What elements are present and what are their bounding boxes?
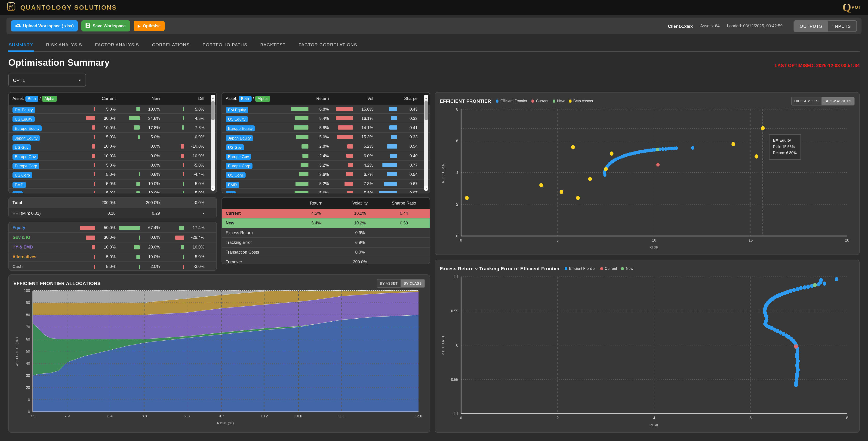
- by-class-button[interactable]: BY CLASS: [401, 279, 425, 288]
- value-cell: 6.8%: [284, 107, 329, 111]
- scrollbar-thumb[interactable]: [425, 101, 428, 120]
- current-portfolio-row: Current 4.5% 10.2% 0.44: [222, 209, 430, 218]
- asset-badge[interactable]: Europe Corp: [226, 163, 252, 169]
- total-label: Total: [12, 200, 71, 205]
- value-cell: 10.0%: [116, 191, 160, 194]
- value-cell: 5.2%: [284, 181, 329, 186]
- asset-badge[interactable]: Europe Corp: [12, 163, 39, 169]
- by-asset-button[interactable]: BY ASSET: [377, 279, 401, 288]
- asset-badge[interactable]: HY: [12, 191, 23, 194]
- asset-badge[interactable]: Europe Gov: [12, 154, 38, 160]
- beta-toggle-badge[interactable]: Beta: [239, 95, 251, 101]
- table-scrollbar[interactable]: ▲ ▼: [424, 95, 428, 190]
- svg-text:9.7: 9.7: [219, 414, 224, 418]
- value-cell: 30.0%: [71, 235, 116, 240]
- app-root: QUANTOLOGY SOLUTIONS Q POT Upload Worksp…: [0, 0, 868, 441]
- asset-badge[interactable]: EMD: [226, 182, 239, 188]
- value-cell: 5.0%: [284, 135, 329, 139]
- table-row: Europe Gov2.4%6.0%0.40: [222, 151, 430, 160]
- asset-badge[interactable]: Japan Equity: [226, 135, 253, 141]
- legend-item[interactable]: New: [621, 266, 633, 270]
- scroll-up-icon[interactable]: ▲: [424, 95, 428, 100]
- value-cell: 10.0%: [71, 125, 116, 130]
- asset-badge[interactable]: US Corp: [226, 172, 245, 178]
- asset-badge[interactable]: US Corp: [12, 172, 32, 178]
- svg-text:70: 70: [26, 325, 30, 329]
- asset-badge[interactable]: Europe Gov: [226, 154, 251, 160]
- optimise-button[interactable]: ▶ Optimise: [134, 21, 165, 31]
- legend-item[interactable]: Beta Assets: [569, 99, 593, 103]
- value-text: -10.0%: [186, 153, 205, 158]
- upload-workspace-button[interactable]: Upload Workspace (.xlsx): [11, 20, 78, 31]
- beta-toggle-badge[interactable]: Beta: [25, 95, 38, 101]
- tab-factor-correlations[interactable]: FACTOR CORRELATIONS: [298, 39, 358, 51]
- value-text: 7.8%: [186, 125, 205, 130]
- asset-badge[interactable]: Japan Equity: [12, 135, 40, 141]
- asset-badge[interactable]: EM Equity: [12, 107, 35, 113]
- hide-assets-button[interactable]: HIDE ASSETS: [791, 96, 822, 105]
- scroll-down-icon[interactable]: ▼: [424, 185, 428, 190]
- value-bar: [387, 144, 397, 149]
- scrollbar-thumb[interactable]: [211, 101, 215, 120]
- value-cell: 5.4%: [284, 116, 329, 121]
- new-sharpe: 0.53: [382, 221, 426, 225]
- tab-summary[interactable]: SUMMARY: [8, 39, 33, 51]
- asset-badge[interactable]: EMD: [12, 182, 26, 188]
- legend-dot-icon: [569, 99, 571, 102]
- value-text: 16.1%: [355, 116, 373, 121]
- legend-item[interactable]: Efficient Frontier: [496, 99, 527, 103]
- asset-badge[interactable]: US Gov: [12, 144, 31, 150]
- excess-chart[interactable]: 1.10.550-0.55-1.102468RETURNRISK: [440, 273, 855, 429]
- asset-badge[interactable]: US Gov: [226, 144, 244, 150]
- table-row: HY5.0%10.0%5.0%: [9, 188, 216, 194]
- hhi-diff: -: [186, 211, 205, 216]
- value-text: 0.41: [399, 125, 417, 130]
- legend-item[interactable]: Efficient Frontier: [564, 266, 596, 270]
- save-workspace-button[interactable]: Save Workspace: [82, 20, 130, 31]
- outputs-toggle-button[interactable]: OUTPUTS: [794, 21, 828, 31]
- tab-correlations[interactable]: CORRELATIONS: [151, 39, 190, 51]
- asset-badge[interactable]: Europe Equity: [12, 126, 42, 131]
- asset-badge[interactable]: HY: [226, 191, 236, 194]
- asset-badge[interactable]: Europe Equity: [226, 126, 255, 131]
- upload-label: Upload Workspace (.xlsx): [23, 24, 74, 28]
- value-bar: [183, 264, 184, 269]
- tab-backtest[interactable]: BACKTEST: [260, 39, 286, 51]
- asset-badge[interactable]: US Equity: [226, 116, 248, 122]
- value-cell: 7.8%: [160, 125, 205, 130]
- allocations-chart[interactable]: 01020304050607080901007.57.98.48.89.39.7…: [13, 288, 425, 427]
- value-text: 2.0%: [142, 264, 160, 269]
- svg-text:2: 2: [456, 202, 458, 206]
- table-row: Europe Corp5.0%0.0%-5.0%: [9, 160, 216, 169]
- svg-text:30: 30: [26, 374, 30, 378]
- legend-item[interactable]: Current: [600, 266, 617, 270]
- optimisation-select[interactable]: OPT1 ▼: [8, 74, 86, 87]
- svg-text:9.3: 9.3: [185, 414, 190, 418]
- svg-text:RISK: RISK: [650, 423, 659, 427]
- scroll-down-icon[interactable]: ▼: [211, 185, 215, 190]
- tab-factor-analysis[interactable]: FACTOR ANALYSIS: [95, 39, 140, 51]
- table-scrollbar[interactable]: ▲ ▼: [211, 95, 215, 190]
- asset-badge[interactable]: US Equity: [12, 116, 35, 122]
- show-assets-button[interactable]: SHOW ASSETS: [821, 96, 855, 105]
- svg-text:-0.55: -0.55: [450, 378, 459, 382]
- frontier-chart[interactable]: 0246805101520RETURNRISK EM Equity Risk: …: [440, 106, 855, 251]
- tab-portfolio-paths[interactable]: PORTFOLIO PATHS: [202, 39, 248, 51]
- assets-count: Assets: 64: [700, 24, 719, 28]
- value-text: 17.8%: [142, 125, 160, 130]
- value-bar: [391, 116, 397, 121]
- value-text: 30.0%: [97, 116, 116, 121]
- legend-item[interactable]: Current: [531, 99, 548, 103]
- new-return: 5.4%: [294, 221, 338, 225]
- value-bar: [92, 245, 95, 249]
- tab-risk-analysis[interactable]: RISK ANALYSIS: [45, 39, 83, 51]
- alpha-toggle-badge[interactable]: Alpha: [255, 95, 270, 101]
- stats-table-header: Asset: Beta / Alpha Return Vol Sharpe: [222, 93, 430, 105]
- legend-item[interactable]: New: [553, 99, 565, 103]
- asset-badge[interactable]: EM Equity: [226, 107, 248, 113]
- scroll-up-icon[interactable]: ▲: [211, 95, 215, 100]
- alpha-toggle-badge[interactable]: Alpha: [42, 95, 57, 101]
- svg-text:0: 0: [456, 343, 458, 347]
- inputs-toggle-button[interactable]: INPUTS: [828, 21, 857, 31]
- value-text: 5.8%: [310, 125, 329, 130]
